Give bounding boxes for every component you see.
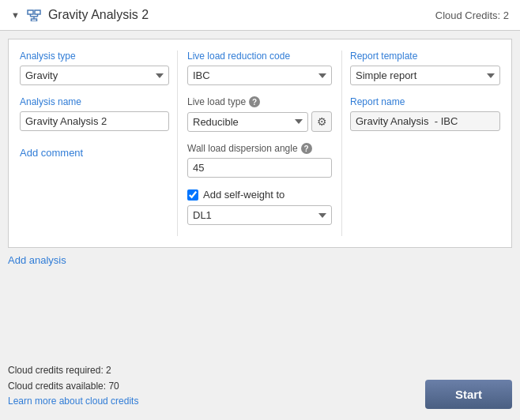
add-analysis-section: Add analysis bbox=[0, 248, 520, 272]
live-load-type-help-icon[interactable]: ? bbox=[249, 96, 260, 107]
svg-rect-1 bbox=[35, 10, 40, 14]
credits-available-text: Cloud credits available: 70 bbox=[8, 379, 138, 394]
left-column: Analysis type Gravity Lateral Seismic An… bbox=[20, 51, 178, 236]
main-container: ▼ Gravity Analysis 2 Cloud Credits: 2 bbox=[0, 0, 520, 420]
analysis-name-group: Analysis name bbox=[20, 96, 169, 131]
right-column: Report template Simple report Detailed r… bbox=[342, 51, 500, 236]
panel-grid: Analysis type Gravity Lateral Seismic An… bbox=[20, 51, 500, 236]
live-load-type-select[interactable]: Reducible Non-reducible Storage bbox=[187, 112, 308, 132]
analysis-panel: Analysis type Gravity Lateral Seismic An… bbox=[8, 39, 512, 248]
analysis-icon bbox=[26, 9, 42, 21]
live-load-type-row: Reducible Non-reducible Storage ⚙ bbox=[187, 111, 332, 132]
header-left: ▼ Gravity Analysis 2 bbox=[11, 8, 149, 22]
middle-column: Live load reduction code IBC ASCE None L… bbox=[178, 51, 342, 236]
add-analysis-link[interactable]: Add analysis bbox=[8, 254, 66, 266]
header-title: Gravity Analysis 2 bbox=[48, 8, 149, 22]
add-comment-link[interactable]: Add comment bbox=[20, 147, 83, 159]
gear-icon: ⚙ bbox=[317, 115, 327, 128]
credits-required-text: Cloud credits required: 2 bbox=[8, 363, 138, 378]
report-name-input[interactable] bbox=[350, 111, 500, 131]
wall-load-dispersion-label: Wall load dispersion angle bbox=[187, 143, 298, 154]
analysis-type-select[interactable]: Gravity Lateral Seismic bbox=[20, 66, 169, 85]
svg-rect-0 bbox=[28, 10, 33, 14]
live-load-reduction-label: Live load reduction code bbox=[187, 51, 332, 62]
report-template-select[interactable]: Simple report Detailed report bbox=[350, 66, 500, 85]
wall-load-dispersion-input[interactable] bbox=[187, 158, 332, 178]
self-weight-group: Add self-weight to DL1 DL2 DL3 bbox=[187, 189, 332, 225]
self-weight-label: Add self-weight to bbox=[203, 189, 284, 201]
report-template-label: Report template bbox=[350, 51, 500, 62]
svg-rect-6 bbox=[31, 19, 36, 21]
live-load-type-label-row: Live load type ? bbox=[187, 96, 332, 107]
wall-load-dispersion-group: Wall load dispersion angle ? bbox=[187, 143, 332, 178]
analysis-name-input[interactable] bbox=[20, 111, 169, 131]
live-load-type-settings-button[interactable]: ⚙ bbox=[311, 111, 332, 132]
analysis-type-label: Analysis type bbox=[20, 51, 169, 62]
wall-load-dispersion-label-row: Wall load dispersion angle ? bbox=[187, 143, 332, 154]
live-load-reduction-select[interactable]: IBC ASCE None bbox=[187, 66, 332, 85]
footer-info: Cloud credits required: 2 Cloud credits … bbox=[8, 363, 138, 409]
start-button[interactable]: Start bbox=[425, 380, 512, 409]
live-load-type-label: Live load type bbox=[187, 96, 246, 107]
self-weight-to-select[interactable]: DL1 DL2 DL3 bbox=[187, 205, 332, 225]
footer: Cloud credits required: 2 Cloud credits … bbox=[0, 352, 520, 420]
analysis-type-group: Analysis type Gravity Lateral Seismic bbox=[20, 51, 169, 85]
live-load-reduction-group: Live load reduction code IBC ASCE None bbox=[187, 51, 332, 85]
report-name-group: Report name bbox=[350, 96, 500, 131]
wall-load-dispersion-help-icon[interactable]: ? bbox=[301, 143, 312, 154]
self-weight-checkbox[interactable] bbox=[187, 189, 198, 201]
cloud-credits-header: Cloud Credits: 2 bbox=[435, 9, 509, 21]
learn-more-link[interactable]: Learn more about cloud credits bbox=[8, 396, 138, 407]
collapse-arrow-icon[interactable]: ▼ bbox=[11, 10, 20, 20]
report-template-group: Report template Simple report Detailed r… bbox=[350, 51, 500, 85]
header-bar: ▼ Gravity Analysis 2 Cloud Credits: 2 bbox=[0, 0, 520, 31]
self-weight-checkbox-row: Add self-weight to bbox=[187, 189, 332, 201]
analysis-name-label: Analysis name bbox=[20, 96, 169, 107]
live-load-type-group: Live load type ? Reducible Non-reducible… bbox=[187, 96, 332, 132]
report-name-label: Report name bbox=[350, 96, 500, 107]
